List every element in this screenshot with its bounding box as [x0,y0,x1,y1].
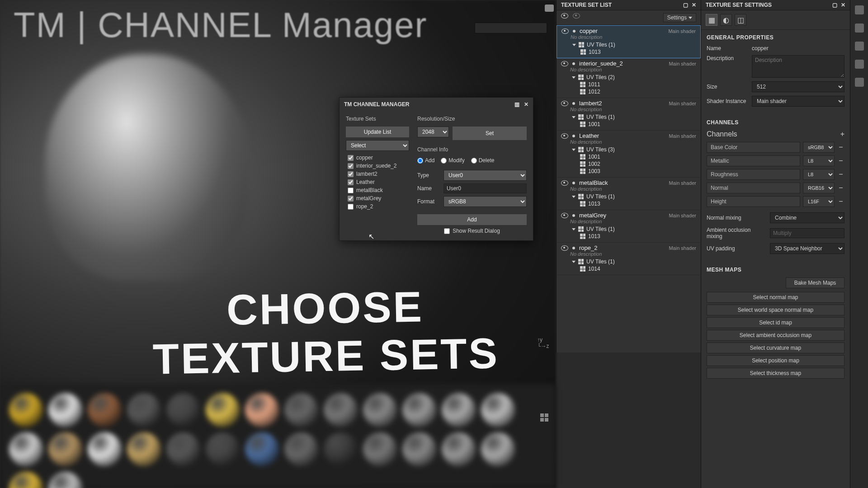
shader-link[interactable]: Main shader [669,213,696,218]
uv-tile[interactable]: 1012 [561,89,696,95]
material-thumbnail[interactable] [442,393,476,427]
dock-icon[interactable]: ▥ [514,101,519,108]
mesh-map-button[interactable]: Select id map [707,317,844,328]
channel-format-dropdown[interactable]: L16F [803,196,835,207]
update-list-button[interactable]: Update List [346,127,409,137]
uv-tile[interactable]: 1013 [561,49,696,55]
textureset-icon[interactable] [855,23,864,33]
checkbox[interactable] [348,171,354,177]
size-dropdown[interactable]: 512 [752,81,844,92]
texture-set-checkbox-row[interactable]: copper [346,154,409,162]
shader-link[interactable]: Main shader [669,180,696,186]
checkbox[interactable] [348,163,354,169]
delete-radio[interactable]: Delete [471,157,495,164]
material-thumbnail[interactable] [48,432,82,466]
grid-toggle-icon[interactable] [540,413,548,422]
uv-tiles-row[interactable]: UV Tiles (2) [561,74,696,80]
material-thumbnail[interactable] [206,393,240,427]
visibility-icon[interactable] [561,133,568,139]
material-thumbnail[interactable] [88,393,122,427]
texture-set-item[interactable]: lambert2 Main shader No description UV T… [557,98,701,131]
remove-channel-icon[interactable]: − [837,197,844,206]
material-thumbnail[interactable] [9,472,43,488]
material-thumbnail[interactable] [127,393,161,427]
material-thumbnail[interactable] [324,432,358,466]
uv-tiles-row[interactable]: UV Tiles (1) [561,226,696,232]
checkbox[interactable] [348,188,354,193]
mesh-map-button[interactable]: Select curvature map [707,343,844,353]
dialog-titlebar[interactable]: TM CHANNEL MANAGER ▥ ✕ [340,98,533,111]
channel-name[interactable]: Roughness [707,169,800,180]
add-radio[interactable]: Add [417,157,434,164]
remove-channel-icon[interactable]: − [837,184,844,192]
uv-padding-dropdown[interactable]: 3D Space Neighbor [770,243,844,254]
add-channel-icon[interactable]: + [840,130,844,138]
remove-channel-icon[interactable]: − [837,143,844,151]
material-thumbnail[interactable] [127,432,161,466]
log-icon[interactable] [855,78,864,87]
tab-properties[interactable]: ▦ [706,14,717,26]
material-thumbnail[interactable] [402,432,436,466]
channel-name[interactable]: Height [707,196,800,207]
mesh-map-button[interactable]: Select position map [707,355,844,366]
add-channel-button[interactable]: Add [417,214,527,225]
visibility-icon[interactable] [561,213,568,218]
close-icon[interactable]: ✕ [692,2,696,8]
channel-format-dropdown[interactable]: RGB16F [803,183,835,193]
uv-tile[interactable]: 1013 [561,233,696,239]
channel-name[interactable]: Metallic [707,155,800,166]
uv-tile[interactable]: 1002 [561,161,696,167]
checkbox[interactable] [348,179,354,185]
viewport-mode-dropdown[interactable] [475,23,547,33]
format-dropdown[interactable]: sRGB8 [443,196,527,207]
material-thumbnail[interactable] [324,393,358,427]
set-button[interactable]: Set [453,127,527,140]
texture-set-checkbox-row[interactable]: rope_2 [346,202,409,211]
material-thumbnail[interactable] [363,432,397,466]
mesh-map-button[interactable]: Select ambient occlusion map [707,330,844,341]
mesh-map-button[interactable]: Select thickness map [707,368,844,379]
texture-set-checkbox-row[interactable]: metalBlack [346,186,409,194]
mesh-map-button[interactable]: Select world space normal map [707,305,844,315]
axis-gizmo[interactable]: ↑y└→z [537,337,549,349]
close-icon[interactable]: ✕ [524,101,528,108]
uv-tiles-row[interactable]: UV Tiles (3) [561,146,696,153]
texture-set-item[interactable]: metalBlack Main shader No description UV… [557,178,701,210]
texture-set-checkbox-row[interactable]: metalGrey [346,194,409,202]
tab-displacement[interactable]: ◫ [735,14,746,26]
material-thumbnail[interactable] [88,432,122,466]
uv-tiles-row[interactable]: UV Tiles (1) [561,42,696,48]
texture-set-item[interactable]: interior_suede_2 Main shader No descript… [557,58,701,98]
shader-link[interactable]: Main shader [669,61,696,66]
visibility-icon[interactable] [561,245,568,251]
material-thumbnail[interactable] [48,472,82,488]
channel-format-dropdown[interactable]: L8 [803,169,835,180]
undock-icon[interactable]: ▢ [683,2,688,8]
remove-channel-icon[interactable]: − [837,157,844,165]
material-thumbnail[interactable] [166,432,200,466]
texture-set-item[interactable]: metalGrey Main shader No description UV … [557,210,701,243]
material-thumbnail[interactable] [48,393,82,427]
history-icon[interactable] [855,60,864,69]
uv-tile[interactable]: 1001 [561,154,696,160]
shader-instance-dropdown[interactable]: Main shader [752,96,844,107]
uv-tile[interactable]: 1013 [561,201,696,207]
undock-icon[interactable]: ▢ [832,2,837,8]
texture-set-item[interactable]: Leather Main shader No description UV Ti… [557,131,701,178]
material-thumbnail[interactable] [363,393,397,427]
material-thumbnail[interactable] [481,393,515,427]
normal-mixing-dropdown[interactable]: Combine [770,212,844,223]
name-input[interactable] [443,183,527,193]
uv-tile[interactable]: 1003 [561,168,696,174]
modify-radio[interactable]: Modify [441,157,464,164]
properties-icon[interactable] [855,42,864,51]
material-thumbnail[interactable] [402,393,436,427]
camera-icon[interactable] [545,5,554,12]
visibility-icon[interactable] [561,180,568,186]
type-dropdown[interactable]: User0 [443,170,527,181]
texture-set-checkbox-row[interactable]: Leather [346,178,409,186]
shader-link[interactable]: Main shader [669,101,696,106]
channel-format-dropdown[interactable]: L8 [803,155,835,166]
material-thumbnail[interactable] [206,432,240,466]
select-dropdown[interactable]: Select [346,140,409,151]
